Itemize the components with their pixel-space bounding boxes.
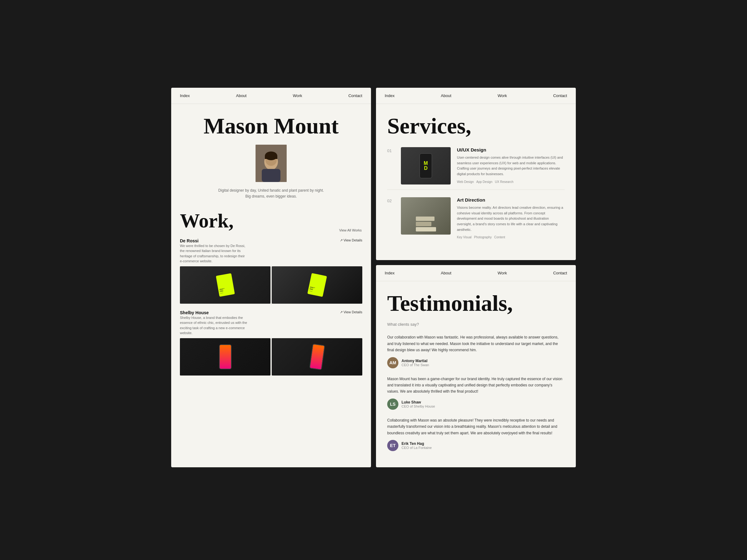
testimonial-author-1: AM Antony Martial CEO of The Swan bbox=[387, 357, 565, 368]
avatar-2: LS bbox=[387, 399, 398, 410]
page-grid: Index About Work Contact Mason Mount bbox=[171, 88, 576, 472]
nav-contact[interactable]: Contact bbox=[348, 93, 362, 98]
service-info-artdir: Art Direction Visions become reality. Ar… bbox=[457, 197, 565, 239]
service-name-artdir: Art Direction bbox=[457, 197, 565, 203]
service-tag-appdesign: App Design bbox=[476, 180, 492, 184]
service-tags-uiux: Web Design App Design UX Research bbox=[457, 180, 565, 184]
hero-photo-bg bbox=[256, 145, 287, 182]
nav-testimonials: Index About Work Contact bbox=[376, 265, 576, 281]
phone-dark-uiux: MD bbox=[419, 153, 432, 178]
derossi-tablet-left: iPAD™PRO—— bbox=[216, 273, 235, 297]
service-tag-keyvisual: Key Visual bbox=[457, 236, 471, 239]
testimonial-text-1: Our collaboration with Mason was fantast… bbox=[387, 334, 565, 353]
panel-services: Index About Work Contact Services, 01 MD bbox=[376, 88, 576, 260]
service-info-uiux: UI/UX Design User-centered design comes … bbox=[457, 147, 565, 183]
services-title: Services, bbox=[387, 114, 565, 138]
portrait-svg bbox=[256, 145, 287, 182]
hero-name: Mason Mount bbox=[182, 114, 360, 138]
work-item-link-shelby[interactable]: ↗ View Details bbox=[340, 310, 362, 314]
svg-rect-4 bbox=[265, 156, 277, 159]
services-section: Services, 01 MD UI/UX Design User-center… bbox=[376, 104, 576, 260]
derossi-tablet-right: iPAD™PRO—— bbox=[307, 273, 327, 297]
card-stack-artdir bbox=[416, 216, 436, 232]
testimonial-text-3: Collaborating with Mason was an absolute… bbox=[387, 417, 565, 436]
nav-test-work[interactable]: Work bbox=[498, 271, 507, 275]
derossi-image-right: iPAD™PRO—— bbox=[272, 266, 362, 304]
md-logo: MD bbox=[423, 161, 428, 171]
testimonial-3: Collaborating with Mason was an absolute… bbox=[387, 417, 565, 451]
work-item-link-derossi[interactable]: ↗ View Details bbox=[340, 238, 362, 242]
right-column: Index About Work Contact Services, 01 MD bbox=[376, 88, 576, 467]
panel-testimonials: Index About Work Contact Testimonials, W… bbox=[376, 265, 576, 467]
svg-rect-5 bbox=[262, 169, 280, 182]
avatar-3: ET bbox=[387, 440, 398, 451]
nav-services-about[interactable]: About bbox=[441, 93, 451, 98]
nav-test-index[interactable]: Index bbox=[385, 271, 395, 275]
what-clients-label: What clients say? bbox=[387, 322, 565, 327]
hero-section: Mason Mount Digi bbox=[171, 104, 371, 206]
shelby-phone-left bbox=[219, 344, 232, 369]
nav-index[interactable]: Index bbox=[180, 93, 190, 98]
author-role-3: CEO of La Fontaine bbox=[402, 446, 432, 450]
service-tag-uxresearch: UX Research bbox=[495, 180, 513, 184]
derossi-tablet-text-r: iPAD™PRO—— bbox=[309, 286, 315, 292]
nav-services-work[interactable]: Work bbox=[498, 93, 507, 98]
hero-bio: Digital designer by day, United fanatic … bbox=[182, 188, 360, 199]
card-1 bbox=[416, 216, 435, 221]
nav-test-contact[interactable]: Contact bbox=[553, 271, 567, 275]
nav-work[interactable]: Work bbox=[293, 93, 302, 98]
testimonial-author-2: LS Luke Shaw CEO of Shelby House bbox=[387, 399, 565, 410]
service-tag-webdesign: Web Design bbox=[457, 180, 474, 184]
nav-services-index[interactable]: Index bbox=[385, 93, 395, 98]
avatar-inner-3: ET bbox=[387, 440, 398, 451]
service-name-uiux: UI/UX Design bbox=[457, 147, 565, 153]
testimonials-title: Testimonials, bbox=[387, 291, 565, 316]
avatar-inner-2: LS bbox=[387, 399, 398, 410]
service-tag-content: Content bbox=[494, 236, 505, 239]
nav-test-about[interactable]: About bbox=[441, 271, 451, 275]
work-item-title-derossi: De Rossi We were thrilled to be chosen b… bbox=[180, 238, 248, 264]
derossi-image-left: iPAD™PRO—— bbox=[180, 266, 271, 304]
service-desc-uiux: User-centered design comes alive through… bbox=[457, 155, 565, 177]
service-uiux: 01 MD UI/UX Design User-centered design … bbox=[387, 147, 565, 190]
service-desc-artdir: Visions become reality. Art directors le… bbox=[457, 205, 565, 232]
nav-services: Index About Work Contact bbox=[376, 88, 576, 104]
nav-hero: Index About Work Contact bbox=[171, 88, 371, 104]
nav-services-contact[interactable]: Contact bbox=[553, 93, 567, 98]
shelby-image-right bbox=[272, 338, 362, 375]
work-section: Work, View All Works bbox=[171, 206, 371, 235]
author-info-2: Luke Shaw CEO of Shelby House bbox=[402, 400, 435, 408]
work-item-shelby: Shelby House Shelby House, a brand that … bbox=[171, 307, 371, 375]
service-artdir: 02 Art Direction Visions become reality.… bbox=[387, 197, 565, 244]
derossi-images: iPAD™PRO—— iPAD™PRO—— bbox=[180, 266, 362, 304]
shelby-phone-right bbox=[309, 344, 325, 370]
nav-about[interactable]: About bbox=[236, 93, 247, 98]
hero-photo bbox=[256, 145, 287, 182]
author-role-1: CEO of The Swan bbox=[402, 363, 429, 367]
service-image-uiux: MD bbox=[401, 147, 451, 185]
testimonial-text-2: Mason Mount has been a game-changer for … bbox=[387, 376, 565, 395]
panel-hero-work: Index About Work Contact Mason Mount bbox=[171, 88, 371, 467]
service-image-artdir bbox=[401, 197, 451, 235]
work-item-title-shelby: Shelby House Shelby House, a brand that … bbox=[180, 310, 248, 336]
shelby-image-left bbox=[180, 338, 271, 375]
work-item-derossi: De Rossi We were thrilled to be chosen b… bbox=[171, 235, 371, 304]
testimonials-section: Testimonials, What clients say? Our coll… bbox=[376, 281, 576, 467]
work-item-header-shelby: Shelby House Shelby House, a brand that … bbox=[180, 310, 362, 336]
author-info-1: Antony Martial CEO of The Swan bbox=[402, 359, 429, 367]
service-number-2: 02 bbox=[387, 197, 395, 203]
author-name-1: Antony Martial bbox=[402, 359, 429, 363]
author-role-2: CEO of Shelby House bbox=[402, 404, 435, 408]
service-tag-photography: Photography bbox=[474, 236, 492, 239]
work-title: Work, bbox=[180, 211, 362, 231]
author-info-3: Erik Ten Hag CEO of La Fontaine bbox=[402, 442, 432, 450]
avatar-1: AM bbox=[387, 357, 398, 368]
card-2 bbox=[416, 222, 431, 226]
author-name-3: Erik Ten Hag bbox=[402, 442, 432, 446]
shelby-images bbox=[180, 338, 362, 375]
testimonial-2: Mason Mount has been a game-changer for … bbox=[387, 376, 565, 410]
card-3 bbox=[416, 227, 436, 232]
derossi-tablet-text: iPAD™PRO—— bbox=[219, 288, 225, 294]
testimonial-1: Our collaboration with Mason was fantast… bbox=[387, 334, 565, 368]
work-item-header-derossi: De Rossi We were thrilled to be chosen b… bbox=[180, 238, 362, 264]
